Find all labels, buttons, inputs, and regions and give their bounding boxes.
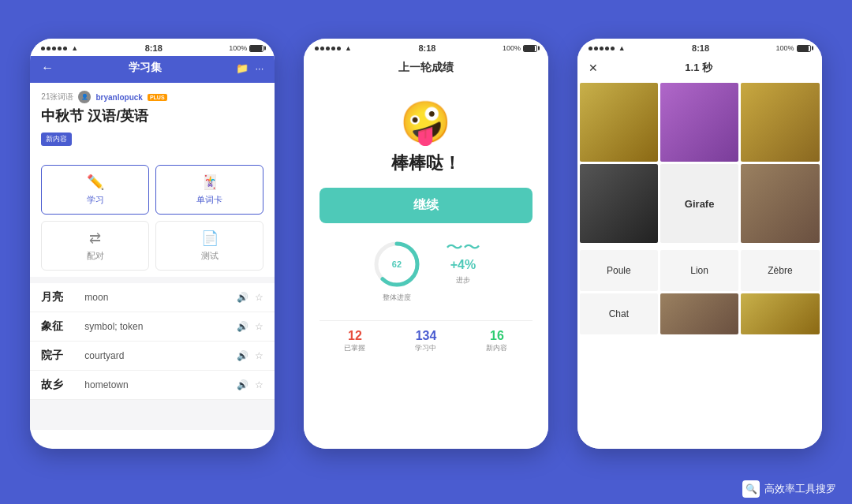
phone-3: ▲ 8:18 100% ✕ 1.1 秒 Girafe [577,39,822,449]
vocab-zh-0: 月亮 [41,290,84,304]
audio-icon-0[interactable]: 🔊 [237,292,248,303]
answer-row: Poule Lion Zèbre [577,250,822,291]
animal-rooster[interactable] [580,83,658,162]
flashcard-icon: 🃏 [201,174,219,191]
study-icon: ✏️ [87,174,104,191]
continue-button[interactable]: 继续 [320,188,532,223]
vocab-en-2: courtyard [84,350,237,361]
status-bar-1: ▲ 8:18 100% [30,39,275,56]
animal-flowers[interactable] [660,83,738,162]
back-arrow[interactable]: ← [41,61,54,75]
audio-icon-2[interactable]: 🔊 [237,350,248,361]
test-icon: 📄 [201,230,219,247]
animal-bottom-3[interactable] [741,293,819,334]
status-bar-3: ▲ 8:18 100% [577,39,822,56]
battery-2: 100% [503,44,537,52]
answer-poule[interactable]: Poule [580,250,658,291]
wave-value: +4% [450,258,476,272]
vocab-zh-1: 象征 [41,319,84,334]
audio-icon-1[interactable]: 🔊 [237,321,248,332]
phone3-header: ✕ 1.1 秒 [577,56,822,83]
avatar: 👤 [78,91,91,103]
watermark-icon: 🔍 [742,480,760,498]
progress-circle: 62 整体进度 [372,239,422,303]
learning-num: 134 [415,329,436,343]
count-mastered: 12 已掌握 [344,329,365,353]
vocab-en-3: hometown [84,379,237,390]
phone3-body: Girafe Poule Lion Zèbre Chat [577,83,822,449]
vocab-item-0: 月亮 moon 🔊 ☆ [30,283,275,312]
count-new: 16 新内容 [486,329,507,353]
vocab-zh-3: 故乡 [41,378,84,392]
phone1-header: ← 学习集 📁 ··· [30,56,275,83]
phone1-title-header: 学习集 [129,61,162,75]
vocab-item-2: 院子 courtyard 🔊 ☆ [30,342,275,371]
phone1-header-icons: 📁 ··· [236,62,263,74]
phone3-header-title: 1.1 秒 [685,61,712,75]
vocab-icons-0: 🔊 ☆ [237,292,263,303]
vocab-zh-2: 院子 [41,349,84,363]
star-icon-3[interactable]: ☆ [255,379,263,390]
watermark: 🔍 高效率工具搜罗 [742,480,836,498]
answer-lion[interactable]: Lion [660,250,738,291]
stats-row: 62 整体进度 〜〜 +4% 进步 [372,239,480,303]
bottom-counts: 12 已掌握 134 学习中 16 新内容 [320,329,532,353]
star-icon-2[interactable]: ☆ [255,350,263,361]
user-section: 21张词语 👤 bryanlopuck PLUS 中秋节 汉语/英语 新内容 [30,83,275,159]
animal-giraffe-top[interactable] [741,83,819,162]
vocab-item-3: 故乡 hometown 🔊 ☆ [30,371,275,400]
signal-dots-3: ▲ [589,44,626,52]
battery-3: 100% [776,44,811,52]
audio-icon-3[interactable]: 🔊 [237,379,248,390]
plus-badge: PLUS [148,94,167,101]
animal-zebra[interactable] [580,164,658,243]
study-grid: ✏️ 学习 🃏 单词卡 ⇄ 配对 📄 测试 [30,159,275,277]
phone-2: ▲ 8:18 100% 上一轮成绩 🤪 棒棒哒！ 继续 [304,39,548,449]
progress-label: 整体进度 [383,293,411,303]
phone2-header: 上一轮成绩 [304,56,548,83]
vocab-icons-2: 🔊 ☆ [237,350,263,361]
divider [320,320,532,321]
learning-label: 学习中 [415,343,436,353]
user-row: 21张词语 👤 bryanlopuck PLUS [41,91,263,103]
watermark-text: 高效率工具搜罗 [764,482,836,496]
new-num: 16 [486,329,507,343]
grid-study[interactable]: ✏️ 学习 [41,165,149,215]
vocab-icons-1: 🔊 ☆ [237,321,263,332]
phone2-header-title: 上一轮成绩 [315,61,537,75]
animal-raccoon[interactable] [741,164,819,243]
folder-icon[interactable]: 📁 [236,62,248,74]
circle-wrap: 62 [372,239,422,289]
more-icon[interactable]: ··· [255,62,263,74]
count-learning: 134 学习中 [415,329,436,353]
grid-match[interactable]: ⇄ 配对 [41,221,149,271]
star-icon-0[interactable]: ☆ [255,292,263,303]
grid-flashcard[interactable]: 🃏 单词卡 [155,165,263,215]
animal-grid: Girafe [577,83,822,248]
time-3: 8:18 [692,43,709,53]
close-button[interactable]: ✕ [589,62,598,74]
vocab-list: 月亮 moon 🔊 ☆ 象征 symbol; token 🔊 ☆ [30,283,275,400]
wave-stat: 〜〜 +4% 进步 [446,239,480,303]
mastered-label: 已掌握 [344,343,365,353]
battery-1: 100% [229,44,263,52]
match-icon: ⇄ [89,230,101,247]
vocab-item-1: 象征 symbol; token 🔊 ☆ [30,312,275,342]
new-content-badge: 新内容 [41,133,72,146]
grid-test[interactable]: 📄 测试 [155,221,263,271]
bottom-row: Chat [577,293,822,334]
result-emoji: 🤪 [400,99,451,147]
star-icon-1[interactable]: ☆ [255,321,263,332]
signal-dots: ▲ [41,44,78,52]
signal-dots-2: ▲ [315,44,352,52]
word-count: 21张词语 [41,91,73,103]
animal-girafe-label[interactable]: Girafe [660,164,738,243]
new-label: 新内容 [486,343,507,353]
phones-row: ▲ 8:18 100% ← 学习集 📁 ··· 21张词语 👤 brya [0,39,852,449]
answer-chat[interactable]: Chat [580,293,658,334]
study-set-title: 中秋节 汉语/英语 [41,106,263,125]
answer-zebre[interactable]: Zèbre [741,250,819,291]
time-2: 8:18 [418,43,435,53]
animal-bottom-2[interactable] [660,293,738,334]
phone1-body: 21张词语 👤 bryanlopuck PLUS 中秋节 汉语/英语 新内容 ✏… [30,83,275,430]
